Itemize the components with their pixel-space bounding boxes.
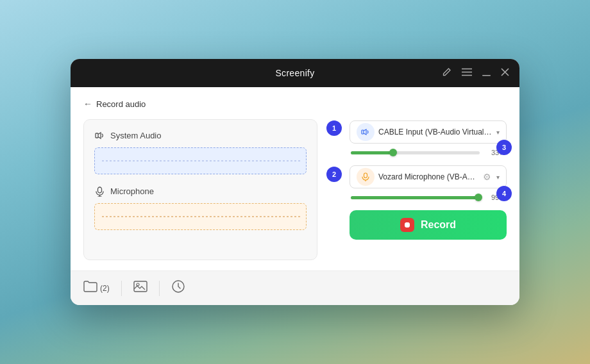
- speaker-icon: [94, 130, 105, 141]
- folder-icon: [83, 280, 97, 296]
- system-audio-chevron: ▾: [496, 129, 500, 136]
- microphone-slider-track[interactable]: [351, 196, 480, 199]
- svg-rect-8: [134, 281, 147, 292]
- svg-rect-2: [98, 187, 102, 193]
- system-waveform-line: [100, 160, 301, 161]
- badge-2: 2: [326, 167, 342, 182]
- system-audio-device-label: CABLE Input (VB-Audio Virtual Cabl...: [378, 128, 493, 136]
- microphone-label: Microphone: [110, 186, 154, 196]
- svg-rect-5: [362, 130, 364, 134]
- system-audio-select[interactable]: CABLE Input (VB-Audio Virtual Cabl... ▾: [350, 120, 507, 144]
- microphone-slider-thumb[interactable]: [475, 194, 482, 201]
- record-button[interactable]: ⏺ Record: [350, 210, 507, 240]
- microphone-label-row: Microphone: [94, 186, 307, 197]
- system-audio-slider-fill: [351, 151, 393, 154]
- system-audio-slider-track[interactable]: [351, 151, 480, 154]
- svg-point-9: [137, 283, 139, 286]
- microphone-device-row: Vozard Microphone (VB-Aud... ⚙ ▾: [350, 165, 507, 188]
- system-audio-slider-thumb[interactable]: [389, 149, 397, 156]
- mic-settings-icon: ⚙: [483, 172, 491, 182]
- mic-icon: [94, 186, 105, 197]
- svg-rect-6: [364, 173, 367, 178]
- record-dot-icon: ⏺: [400, 218, 414, 232]
- back-label: Record audio: [96, 99, 146, 109]
- badge-4: 4: [496, 186, 512, 201]
- microphone-slider-fill: [351, 196, 478, 199]
- folder-count-label: (2): [100, 284, 110, 293]
- record-button-label: Record: [421, 219, 456, 231]
- audio-visualizer-panel: System Audio Micr: [83, 119, 317, 260]
- system-audio-label: System Audio: [110, 131, 162, 140]
- timer-tool[interactable]: [171, 279, 185, 297]
- toolbar-divider-2: [159, 281, 160, 296]
- folder-tool[interactable]: (2): [83, 280, 110, 296]
- badge-3: 3: [496, 140, 512, 155]
- toolbar-divider-1: [121, 281, 122, 296]
- back-navigation[interactable]: ← Record audio: [83, 99, 507, 109]
- screenshot-tool[interactable]: [133, 280, 148, 296]
- mic-device-icon: [357, 168, 375, 186]
- speaker-device-icon: [357, 123, 375, 141]
- system-audio-section: System Audio: [94, 130, 307, 174]
- svg-rect-1: [96, 133, 98, 138]
- window-controls: [442, 67, 509, 79]
- microphone-section: Microphone: [94, 186, 307, 230]
- clock-icon: [171, 279, 185, 297]
- system-audio-volume-row: 33%: [350, 149, 507, 156]
- badge-1: 1: [326, 120, 342, 136]
- bottom-toolbar: (2): [71, 270, 519, 305]
- system-audio-label-row: System Audio: [94, 130, 307, 141]
- close-icon[interactable]: [501, 67, 509, 79]
- menu-icon[interactable]: [462, 67, 472, 79]
- app-title: Screenify: [275, 68, 314, 78]
- app-window: Screenify: [71, 59, 519, 305]
- mic-waveform-line: [100, 216, 301, 217]
- settings-panel: 1 CABLE Input (VB-Audio Virtual Cabl...: [317, 119, 507, 240]
- microphone-device-label: Vozard Microphone (VB-Aud...: [378, 172, 479, 181]
- edit-icon[interactable]: [442, 67, 451, 79]
- microphone-select[interactable]: Vozard Microphone (VB-Aud... ⚙ ▾: [350, 165, 507, 188]
- titlebar: Screenify: [71, 59, 519, 87]
- main-area: System Audio Micr: [83, 119, 507, 260]
- minimize-icon[interactable]: [482, 67, 491, 79]
- image-icon: [133, 280, 148, 296]
- main-content: ← Record audio System Audio: [71, 87, 519, 270]
- microphone-volume-row: 99%: [350, 194, 507, 201]
- system-audio-waveform: [94, 147, 307, 174]
- system-audio-device-row: CABLE Input (VB-Audio Virtual Cabl... ▾: [350, 120, 507, 144]
- microphone-chevron: ▾: [496, 174, 500, 181]
- back-arrow-icon: ←: [83, 99, 92, 109]
- svg-rect-0: [482, 75, 491, 76]
- microphone-waveform: [94, 203, 307, 230]
